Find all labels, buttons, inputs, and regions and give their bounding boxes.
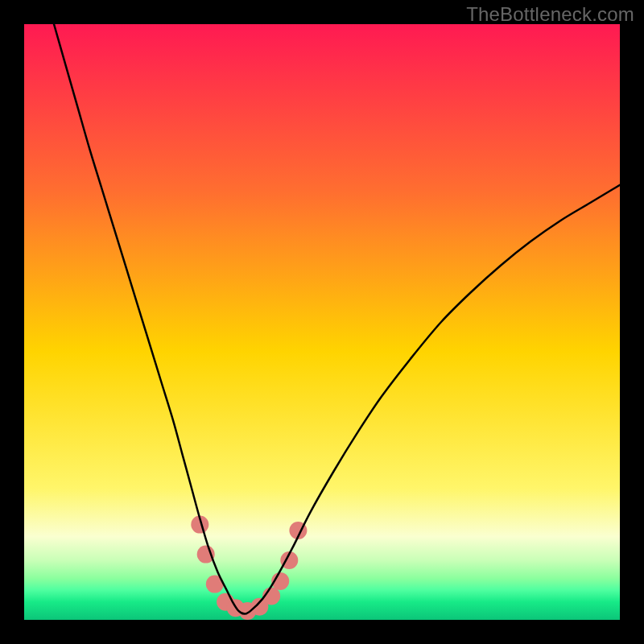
gradient-background xyxy=(24,24,620,620)
chart-frame: TheBottleneck.com xyxy=(0,0,644,644)
chart-svg xyxy=(24,24,620,620)
watermark-text: TheBottleneck.com xyxy=(466,3,634,26)
plot-area xyxy=(24,24,620,620)
